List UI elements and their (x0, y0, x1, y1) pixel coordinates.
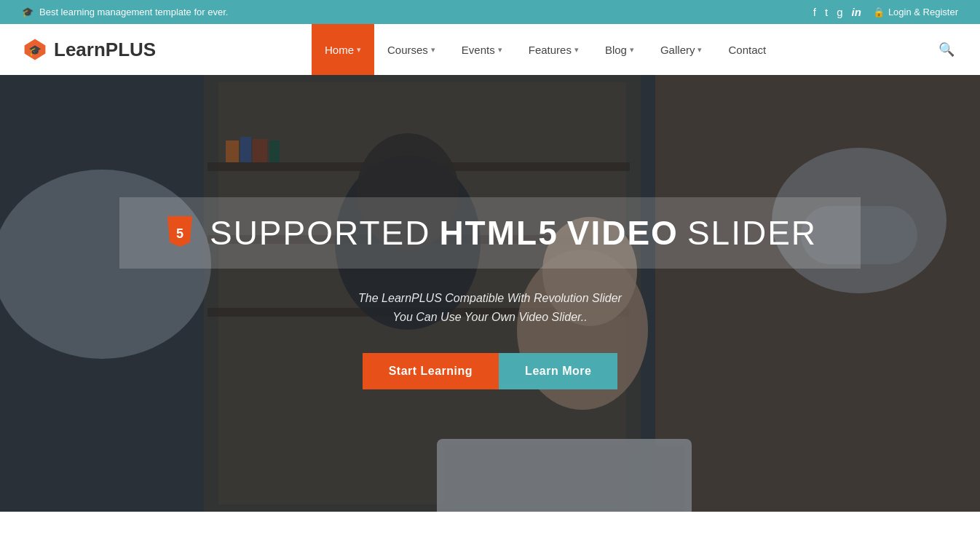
logo[interactable]: 🎓 LearnPLUS (22, 36, 156, 63)
main-nav: Home ▾ Courses ▾ Events ▾ Features ▾ Blo… (312, 24, 779, 75)
hero-title-supported: SUPPORTED (210, 213, 430, 253)
hero-buttons: Start Learning Learn More (363, 353, 618, 389)
nav-contact[interactable]: Contact (715, 24, 779, 75)
learn-more-button[interactable]: Learn More (499, 353, 617, 389)
hero-section: 5 SUPPORTED HTML5 VIDEO SLIDER The Learn… (0, 75, 980, 512)
hero-subtitle-line2: You Can Use Your Own Video Slider.. (358, 308, 622, 327)
chevron-down-icon: ▾ (498, 45, 502, 55)
hero-title-box: 5 SUPPORTED HTML5 VIDEO SLIDER (119, 197, 861, 269)
login-register-label: Login & Register (888, 7, 958, 17)
hero-title-html5: HTML5 (439, 213, 558, 253)
googleplus-icon[interactable]: g (837, 6, 842, 18)
chevron-down-icon: ▾ (431, 45, 435, 55)
facebook-icon[interactable]: f (813, 6, 816, 18)
hero-title-slider: SLIDER (687, 213, 817, 253)
top-bar: 🎓 Best learning management template for … (0, 0, 980, 24)
hero-subtitle: The LearnPLUS Compatible With Revolution… (358, 289, 622, 326)
lock-icon: 🔒 (873, 7, 885, 17)
logo-plus: PLUS (106, 39, 156, 60)
graduation-icon: 🎓 (22, 7, 33, 17)
svg-text:🎓: 🎓 (28, 44, 42, 57)
nav-gallery[interactable]: Gallery ▾ (647, 24, 716, 75)
logo-text: LearnPLUS (54, 39, 156, 61)
hero-title: SUPPORTED HTML5 VIDEO SLIDER (210, 213, 817, 253)
hero-content: 5 SUPPORTED HTML5 VIDEO SLIDER The Learn… (0, 75, 980, 512)
twitter-icon[interactable]: t (825, 6, 828, 18)
tagline: Best learning management template for ev… (39, 7, 228, 17)
hero-subtitle-line1: The LearnPLUS Compatible With Revolution… (358, 289, 622, 308)
chevron-down-icon: ▾ (698, 45, 702, 55)
social-links: f t g in (813, 6, 861, 18)
svg-text:5: 5 (176, 226, 183, 241)
nav-home[interactable]: Home ▾ (312, 24, 374, 75)
nav-events[interactable]: Events ▾ (448, 24, 515, 75)
top-bar-right: f t g in 🔒 Login & Register (813, 6, 958, 18)
nav-features[interactable]: Features ▾ (515, 24, 592, 75)
linkedin-icon[interactable]: in (852, 6, 861, 18)
chevron-down-icon: ▾ (357, 45, 361, 55)
nav-blog[interactable]: Blog ▾ (592, 24, 647, 75)
chevron-down-icon: ▾ (630, 45, 634, 55)
chevron-down-icon: ▾ (574, 45, 579, 55)
login-register-button[interactable]: 🔒 Login & Register (873, 7, 958, 17)
hero-title-video: VIDEO (567, 213, 679, 253)
logo-icon: 🎓 (22, 36, 48, 63)
search-icon[interactable]: 🔍 (935, 38, 958, 61)
top-bar-left: 🎓 Best learning management template for … (22, 7, 228, 17)
header: 🎓 LearnPLUS Home ▾ Courses ▾ Events ▾ Fe… (0, 24, 980, 75)
nav-courses[interactable]: Courses ▾ (374, 24, 448, 75)
html5-icon: 5 (163, 216, 197, 250)
logo-learn: Learn (54, 39, 106, 60)
start-learning-button[interactable]: Start Learning (363, 353, 499, 389)
